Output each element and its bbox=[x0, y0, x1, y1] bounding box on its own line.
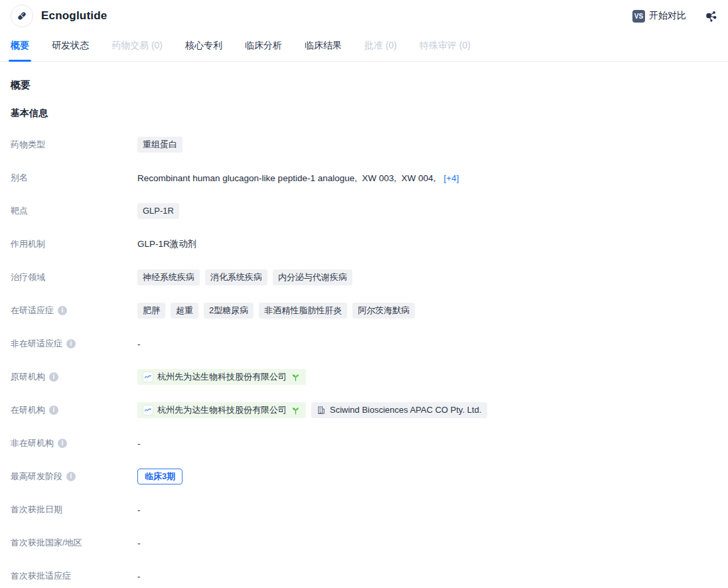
subsection-title: 基本信息 bbox=[11, 108, 717, 119]
org-name: 杭州先为达生物科技股份有限公司 bbox=[157, 371, 287, 383]
aliases-label: 别名 bbox=[11, 172, 137, 184]
active-org-org-tag[interactable]: Sciwind Biosciences APAC CO Pty. Ltd. bbox=[311, 402, 487, 418]
info-icon[interactable]: i bbox=[58, 439, 67, 448]
aliases-label-text: 别名 bbox=[11, 172, 28, 184]
inactive-indications-label: 非在研适应症i bbox=[11, 338, 137, 350]
tab-clinical-results[interactable]: 临床结果 bbox=[305, 32, 342, 61]
active-indications-value: 肥胖超重2型糖尿病非酒精性脂肪性肝炎阿尔茨海默病 bbox=[137, 303, 415, 319]
compare-button[interactable]: VS 开始对比 bbox=[632, 10, 686, 23]
active-org-label: 在研机构i bbox=[11, 404, 137, 416]
company-logo-icon bbox=[143, 372, 153, 382]
first-approval-date-label-text: 首次获批日期 bbox=[11, 504, 62, 516]
stage-badge: 临床3期 bbox=[137, 469, 182, 484]
company-logo-icon bbox=[143, 405, 153, 415]
pill-icon bbox=[11, 5, 33, 27]
page-header: Ecnoglutide VS 开始对比 bbox=[0, 0, 728, 32]
tab-clinical-analysis[interactable]: 临床分析 bbox=[245, 32, 282, 61]
therapy-areas-label-text: 治疗领域 bbox=[11, 271, 45, 283]
sprout-icon bbox=[291, 405, 301, 415]
first-approval-indication-label-text: 首次获批适应症 bbox=[11, 570, 71, 582]
originator-org-label: 原研机构i bbox=[11, 371, 137, 383]
therapy-areas-tag[interactable]: 消化系统疾病 bbox=[205, 269, 267, 285]
first-approval-date-value: - bbox=[137, 505, 141, 515]
originator-org-org-tag[interactable]: 杭州先为达生物科技股份有限公司 bbox=[137, 369, 306, 385]
active-indications-tag[interactable]: 非酒精性脂肪性肝炎 bbox=[259, 303, 347, 319]
overview-panel: 概要 基本信息 药物类型重组蛋白别名Recombinant human gluc… bbox=[0, 62, 728, 584]
aliases-more-link[interactable]: [+4] bbox=[444, 173, 459, 183]
drug-type-label: 药物类型 bbox=[11, 139, 137, 151]
molecule-icon[interactable] bbox=[703, 9, 717, 23]
targets-tag[interactable]: GLP-1R bbox=[137, 203, 179, 219]
first-approval-country-value: - bbox=[137, 538, 141, 548]
active-indications-tag[interactable]: 超重 bbox=[171, 303, 198, 319]
highest-phase-label: 最高研发阶段i bbox=[11, 471, 137, 482]
row-active-indications: 在研适应症i肥胖超重2型糖尿病非酒精性脂肪性肝炎阿尔茨海默病 bbox=[11, 303, 717, 319]
drug-type-label-text: 药物类型 bbox=[11, 139, 45, 151]
first-approval-country-label-text: 首次获批国家/地区 bbox=[11, 537, 82, 549]
tab-rd-status[interactable]: 研发状态 bbox=[52, 32, 89, 61]
inactive-indications-value: - bbox=[137, 339, 141, 349]
active-indications-tag[interactable]: 阿尔茨海默病 bbox=[352, 303, 415, 319]
tab-approvals: 批准 (0) bbox=[364, 32, 397, 61]
row-aliases: 别名Recombinant human glucagon-like peptid… bbox=[11, 170, 717, 186]
info-icon[interactable]: i bbox=[49, 405, 58, 415]
tab-overview[interactable]: 概要 bbox=[11, 32, 29, 61]
active-org-org-tag[interactable]: 杭州先为达生物科技股份有限公司 bbox=[137, 402, 306, 418]
header-actions: VS 开始对比 bbox=[632, 9, 717, 23]
active-indications-tag[interactable]: 2型糖尿病 bbox=[204, 303, 254, 319]
active-org-value: 杭州先为达生物科技股份有限公司Sciwind Biosciences APAC … bbox=[137, 402, 487, 418]
info-icon[interactable]: i bbox=[66, 339, 76, 348]
building-icon bbox=[317, 405, 326, 415]
row-drug-type: 药物类型重组蛋白 bbox=[11, 137, 717, 153]
inactive-indications-label-text: 非在研适应症 bbox=[11, 338, 62, 350]
originator-org-label-text: 原研机构 bbox=[11, 371, 45, 383]
active-indications-label-text: 在研适应症 bbox=[11, 305, 54, 317]
mechanism-label: 作用机制 bbox=[11, 238, 137, 250]
first-approval-country-label: 首次获批国家/地区 bbox=[11, 537, 137, 549]
compare-button-label: 开始对比 bbox=[649, 10, 686, 22]
tab-drug-deals: 药物交易 (0) bbox=[111, 32, 163, 61]
tab-core-patents[interactable]: 核心专利 bbox=[185, 32, 222, 61]
originator-org-value: 杭州先为达生物科技股份有限公司 bbox=[137, 369, 306, 385]
row-first-approval-date: 首次获批日期- bbox=[11, 502, 717, 518]
sprout-icon bbox=[291, 372, 301, 382]
inactive-org-value: - bbox=[137, 439, 141, 449]
row-therapy-areas: 治疗领域神经系统疾病消化系统疾病内分泌与代谢疾病 bbox=[11, 269, 717, 285]
row-mechanism: 作用机制GLP-1R激动剂 bbox=[11, 236, 717, 252]
page-title: Ecnoglutide bbox=[41, 9, 107, 23]
first-approval-indication-label: 首次获批适应症 bbox=[11, 570, 137, 582]
first-approval-indication-value: - bbox=[137, 571, 141, 581]
section-title: 概要 bbox=[11, 79, 717, 92]
inactive-org-label: 非在研机构i bbox=[11, 437, 137, 449]
drug-type-value: 重组蛋白 bbox=[137, 137, 182, 153]
active-org-label-text: 在研机构 bbox=[11, 404, 45, 416]
first-approval-country-text: - bbox=[137, 538, 141, 548]
therapy-areas-value: 神经系统疾病消化系统疾病内分泌与代谢疾病 bbox=[137, 269, 352, 285]
row-first-approval-indication: 首次获批适应症- bbox=[11, 568, 717, 584]
row-highest-phase: 最高研发阶段i临床3期 bbox=[11, 469, 717, 484]
therapy-areas-tag[interactable]: 神经系统疾病 bbox=[137, 269, 200, 285]
mechanism-label-text: 作用机制 bbox=[11, 238, 45, 250]
targets-value: GLP-1R bbox=[137, 203, 179, 219]
row-inactive-indications: 非在研适应症i- bbox=[11, 336, 717, 352]
info-icon[interactable]: i bbox=[58, 306, 67, 315]
inactive-org-label-text: 非在研机构 bbox=[11, 437, 54, 449]
therapy-areas-label: 治疗领域 bbox=[11, 271, 137, 283]
tab-special-review: 特殊审评 (0) bbox=[419, 32, 471, 61]
active-indications-tag[interactable]: 肥胖 bbox=[137, 303, 165, 319]
first-approval-date-label: 首次获批日期 bbox=[11, 504, 137, 516]
first-approval-date-text: - bbox=[137, 505, 141, 515]
vs-icon: VS bbox=[632, 10, 645, 23]
mechanism-text: GLP-1R激动剂 bbox=[137, 238, 196, 250]
drug-type-tag[interactable]: 重组蛋白 bbox=[137, 137, 182, 153]
row-first-approval-country: 首次获批国家/地区- bbox=[11, 535, 717, 551]
first-approval-indication-text: - bbox=[137, 571, 141, 581]
tab-bar: 概要研发状态药物交易 (0)核心专利临床分析临床结果批准 (0)特殊审评 (0) bbox=[0, 32, 728, 62]
info-icon[interactable]: i bbox=[49, 372, 58, 382]
info-icon[interactable]: i bbox=[66, 472, 76, 481]
therapy-areas-tag[interactable]: 内分泌与代谢疾病 bbox=[273, 269, 352, 285]
row-targets: 靶点GLP-1R bbox=[11, 203, 717, 219]
targets-label: 靶点 bbox=[11, 205, 137, 217]
inactive-org-text: - bbox=[137, 439, 141, 449]
org-name: Sciwind Biosciences APAC CO Pty. Ltd. bbox=[330, 404, 482, 416]
